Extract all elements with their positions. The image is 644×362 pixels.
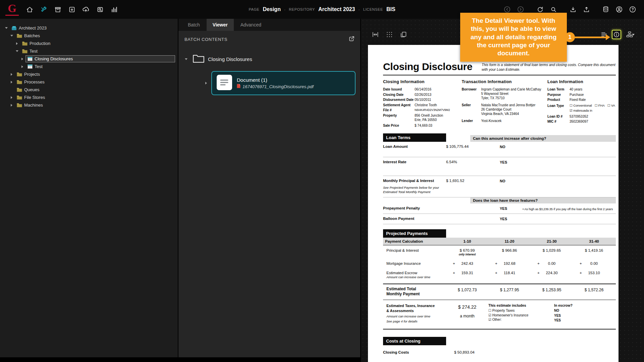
batch-contents-title: BATCH CONTENTS — [184, 37, 227, 42]
tree-item-processes[interactable]: Processes — [0, 78, 178, 86]
row-detail: • As high as $3,239.35 if you pay off th… — [518, 203, 613, 214]
repository-value[interactable]: Architect 2023 — [318, 6, 355, 12]
field-label: Loan Term — [547, 87, 570, 92]
selected-tree-item[interactable]: Closing Disclosures — [25, 55, 175, 62]
database-icon[interactable] — [600, 3, 612, 15]
loan-features-header: Does the loan have these features? — [383, 197, 616, 203]
estimated-taxes-row: Estimated Taxes, Insurance & Assessments… — [383, 300, 616, 329]
escrow-answer: YES — [554, 314, 616, 317]
document-page[interactable]: Closing Disclosure This form is a statem… — [368, 45, 619, 362]
interest-rate-row: Interest Rate 6.54% YES — [383, 157, 616, 176]
help-icon[interactable] — [627, 3, 639, 15]
page-value[interactable]: Design — [263, 6, 281, 12]
user-icon[interactable] — [613, 3, 625, 15]
checkbox-option: ☑ Homeowner's Insurance — [488, 313, 554, 317]
batch-folder-label: Closing Disclosures — [208, 56, 252, 62]
caret-down-icon[interactable] — [184, 58, 188, 60]
batches-box-icon[interactable] — [52, 3, 64, 15]
estimated-total-row: Estimated Total Monthly Payment $ 1,072.… — [383, 284, 616, 300]
batch-root-folder-row[interactable]: Closing Disclosures — [184, 54, 356, 64]
tree-item-closing-disclosures[interactable]: Closing Disclosures — [0, 55, 178, 63]
row-label: Estimated Taxes, Insurance & Assessments — [386, 303, 446, 313]
field-label: Sale Price — [383, 123, 415, 128]
field-label: Settlement Agent — [383, 103, 415, 107]
section-question: Does the loan have these features? — [470, 197, 616, 203]
tree-item-test-batch[interactable]: Test — [0, 63, 178, 70]
caret-down-icon[interactable] — [4, 27, 8, 29]
export-box-icon[interactable] — [66, 3, 78, 15]
escrow-header: In escrow? — [554, 303, 616, 307]
field-label: File # — [383, 108, 415, 112]
tools-icon[interactable] — [38, 3, 50, 15]
cloud-upload-icon[interactable] — [80, 3, 92, 15]
row-label: Mortgage Insurance — [383, 258, 446, 265]
tab-batch[interactable]: Batch — [182, 19, 206, 31]
caret-down-icon[interactable] — [9, 35, 14, 37]
upload-icon[interactable] — [580, 3, 592, 15]
folder-outline-icon — [193, 54, 205, 64]
hierarchy-view-icon[interactable] — [625, 30, 636, 39]
folder-icon — [22, 41, 28, 46]
repository-icon — [11, 26, 17, 31]
caret-right-icon[interactable] — [204, 82, 208, 84]
caret-right-icon[interactable] — [9, 73, 14, 76]
caret-down-icon[interactable] — [15, 50, 19, 52]
field-label: Seller — [462, 103, 481, 116]
cell-value: $ 1,029.65 — [531, 245, 573, 256]
field-value: Yost-Kovacek — [481, 119, 502, 123]
download-icon[interactable] — [567, 3, 579, 15]
caret-right-icon[interactable] — [20, 58, 24, 60]
open-in-new-window-icon[interactable] — [348, 36, 355, 43]
column-header: 21-30 — [531, 238, 573, 245]
tree-item-architect-2023[interactable]: Architect 2023 — [0, 24, 178, 32]
box-search-icon[interactable] — [94, 3, 106, 15]
row-label: Closing Costs — [383, 348, 454, 354]
fit-width-icon[interactable] — [371, 30, 380, 39]
costs-at-closing-header: Costs at Closing — [383, 337, 616, 345]
folder-icon — [17, 103, 22, 107]
escrow-answer: YES — [554, 318, 616, 322]
row-label: Interest Rate — [383, 157, 446, 176]
caret-right-icon[interactable] — [9, 81, 14, 83]
mortgage-insurance-row: Mortgage Insurance +242.43 +192.68 +0.00… — [383, 258, 616, 268]
transaction-information-column: Transaction Information BorrowerIngram C… — [462, 79, 547, 128]
tutorial-step-badge: 1 — [565, 32, 575, 42]
field-label: Borrower — [462, 87, 481, 100]
app-logo: G — [5, 3, 19, 16]
caret-right-icon[interactable] — [20, 65, 24, 68]
info-section: Closing Information Date Issued06/14/201… — [383, 79, 616, 128]
field-value: N6I4K4R4D2V3N2M7V9M2 — [415, 108, 450, 112]
document-card[interactable]: Document (1) 1674076971_ClosingDisclosur… — [211, 71, 356, 95]
column-header: Payment Calculation — [383, 238, 446, 245]
field-value: 05/10/2011 — [415, 98, 431, 102]
tree-item-batches[interactable]: Batches — [0, 32, 178, 40]
page-label: PAGE — [249, 7, 259, 11]
field-value: 06/14/2016 — [415, 87, 431, 92]
tree-item-test-folder[interactable]: Test — [0, 47, 178, 55]
pages-icon[interactable] — [399, 30, 408, 39]
tab-bar: Batch Viewer Advanced — [178, 19, 360, 31]
field-value: 856 Oneill Junction Erie, PA 16550 — [415, 113, 443, 122]
caret-right-icon[interactable] — [9, 104, 14, 107]
home-icon[interactable] — [23, 3, 36, 15]
detail-viewer-info-icon[interactable] — [613, 31, 620, 38]
checkbox-option: ☑ malesuada in — [570, 109, 592, 113]
divider — [383, 75, 616, 75]
dropdown-caret-icon[interactable] — [632, 34, 635, 36]
row-note: See page 4 for details — [386, 319, 446, 323]
bar-chart-icon[interactable] — [108, 3, 120, 15]
tree-item-production[interactable]: Production — [0, 40, 178, 47]
tab-viewer[interactable]: Viewer — [207, 19, 234, 31]
row-label: Prepayment Penalty — [383, 203, 446, 214]
caret-right-icon[interactable] — [9, 96, 14, 99]
tree-item-file-stores[interactable]: File Stores — [0, 94, 178, 101]
folder-icon — [17, 80, 22, 84]
tree-item-projects[interactable]: Projects — [0, 70, 178, 78]
tree-item-machines[interactable]: Machines — [0, 101, 178, 109]
tree-item-queues[interactable]: Queues — [0, 86, 178, 94]
licensee-value[interactable]: BIS — [386, 6, 395, 12]
thumbnail-grid-icon[interactable] — [385, 30, 394, 39]
field-label: Disbursement Date — [383, 98, 415, 102]
caret-right-icon[interactable] — [15, 42, 19, 45]
tab-advanced[interactable]: Advanced — [234, 19, 267, 31]
